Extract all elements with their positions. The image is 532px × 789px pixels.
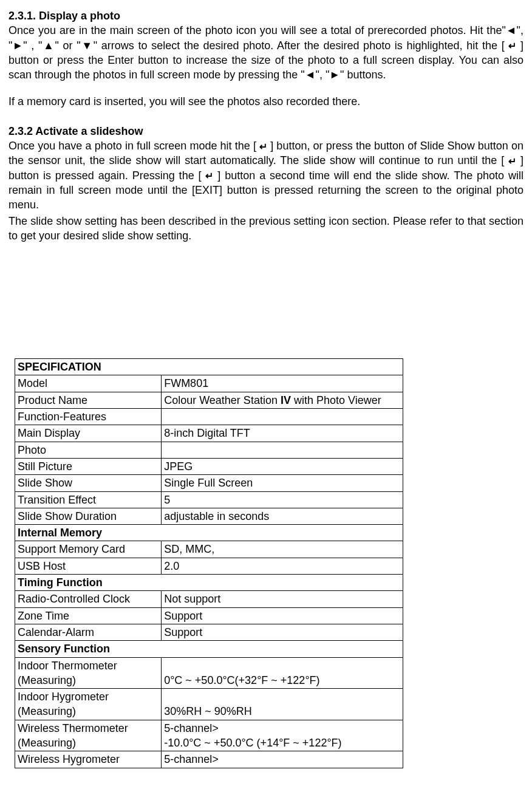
table-row: Indoor Thermometer (Measuring)0°C ~ +50.… bbox=[15, 657, 403, 689]
cell-label: Slide Show Duration bbox=[15, 508, 162, 524]
table-row: Calendar-AlarmSupport bbox=[15, 624, 403, 640]
table-row: USB Host2.0 bbox=[15, 558, 403, 574]
cell-label: Function-Features bbox=[15, 409, 162, 425]
cell-value bbox=[162, 442, 403, 458]
specification-table: SPECIFICATION ModelFWM801 Product NameCo… bbox=[15, 358, 403, 768]
enter-icon: ↵ bbox=[259, 140, 267, 154]
paragraph: Once you have a photo in full screen mod… bbox=[9, 138, 523, 212]
cell-value: Support bbox=[162, 607, 403, 624]
table-row: Slide ShowSingle Full Screen bbox=[15, 475, 403, 491]
cell-value: adjustable in seconds bbox=[162, 508, 403, 524]
table-row: Wireless Thermometer (Measuring)5-channe… bbox=[15, 720, 403, 751]
cell-label: Zone Time bbox=[15, 607, 162, 624]
cell-value: 5-channel> bbox=[162, 751, 403, 768]
cell-label: Calendar-Alarm bbox=[15, 624, 162, 640]
cell-label: Photo bbox=[15, 442, 162, 458]
enter-icon: ↵ bbox=[205, 169, 213, 183]
cell-value: 2.0 bbox=[162, 558, 403, 574]
cell-value: Colour Weather Station IV with Photo Vie… bbox=[162, 392, 403, 408]
text: Once you are in the main screen of the p… bbox=[9, 24, 523, 51]
paragraph: Once you are in the main screen of the p… bbox=[9, 23, 523, 82]
table-row: Radio-Controlled ClockNot support bbox=[15, 591, 403, 607]
cell-label: Transition Effect bbox=[15, 491, 162, 508]
cell-label: Model bbox=[15, 375, 162, 392]
table-row: Product NameColour Weather Station IV wi… bbox=[15, 392, 403, 408]
table-row: Slide Show Durationadjustable in seconds bbox=[15, 508, 403, 524]
spec-header: SPECIFICATION bbox=[15, 359, 403, 375]
table-row: Main Display8-inch Digital TFT bbox=[15, 425, 403, 442]
cell-label: Main Display bbox=[15, 425, 162, 442]
table-row: Internal Memory bbox=[15, 525, 403, 541]
cell-label: Radio-Controlled Clock bbox=[15, 591, 162, 607]
cell-value: JPEG bbox=[162, 458, 403, 474]
section-slideshow: 2.3.2 Activate a slideshow Once you have… bbox=[9, 124, 523, 243]
table-row: Transition Effect5 bbox=[15, 491, 403, 508]
cell-value: Single Full Screen bbox=[162, 475, 403, 491]
section-header: Internal Memory bbox=[15, 525, 403, 541]
section-title: 2.3.1. Display a photo bbox=[9, 9, 523, 23]
section-header: Sensory Function bbox=[15, 641, 403, 657]
table-row: Function-Features bbox=[15, 409, 403, 425]
table-row: Wireless Hygrometer5-channel> bbox=[15, 751, 403, 768]
table-row: SPECIFICATION bbox=[15, 359, 403, 375]
cell-value: Support bbox=[162, 624, 403, 640]
cell-label: USB Host bbox=[15, 558, 162, 574]
cell-value: 8-inch Digital TFT bbox=[162, 425, 403, 442]
cell-label: Indoor Hygrometer (Measuring) bbox=[15, 689, 162, 720]
text-bold: IV bbox=[281, 394, 291, 406]
section-display-photo: 2.3.1. Display a photo Once you are in t… bbox=[9, 9, 523, 109]
cell-value: Not support bbox=[162, 591, 403, 607]
table-row: Sensory Function bbox=[15, 641, 403, 657]
text: with Photo Viewer bbox=[291, 394, 381, 406]
paragraph: If a memory card is inserted, you will s… bbox=[9, 94, 523, 109]
section-title: 2.3.2 Activate a slideshow bbox=[9, 124, 523, 138]
cell-value: 5-channel> -10.0°C ~ +50.0°C (+14°F ~ +1… bbox=[162, 720, 403, 751]
table-row: Timing Function bbox=[15, 575, 403, 591]
text: Colour Weather Station bbox=[164, 394, 281, 406]
cell-label: Indoor Thermometer (Measuring) bbox=[15, 657, 162, 689]
enter-icon: ↵ bbox=[508, 155, 516, 168]
cell-value: 5 bbox=[162, 491, 403, 508]
table-row: ModelFWM801 bbox=[15, 375, 403, 392]
enter-icon: ↵ bbox=[508, 39, 516, 53]
cell-label: Product Name bbox=[15, 392, 162, 408]
cell-label: Wireless Thermometer (Measuring) bbox=[15, 720, 162, 751]
cell-value bbox=[162, 409, 403, 425]
cell-value: FWM801 bbox=[162, 375, 403, 392]
cell-value: 30%RH ~ 90%RH bbox=[162, 689, 403, 720]
cell-value: 0°C ~ +50.0°C(+32°F ~ +122°F) bbox=[162, 657, 403, 689]
table-row: Photo bbox=[15, 442, 403, 458]
table-row: Support Memory CardSD, MMC, bbox=[15, 541, 403, 558]
cell-label: Still Picture bbox=[15, 458, 162, 474]
cell-value: SD, MMC, bbox=[162, 541, 403, 558]
cell-label: Slide Show bbox=[15, 475, 162, 491]
paragraph: The slide show setting has been describe… bbox=[9, 214, 523, 244]
section-header: Timing Function bbox=[15, 575, 403, 591]
table-row: Still PictureJPEG bbox=[15, 458, 403, 474]
cell-label: Support Memory Card bbox=[15, 541, 162, 558]
cell-label: Wireless Hygrometer bbox=[15, 751, 162, 768]
table-row: Zone TimeSupport bbox=[15, 607, 403, 624]
text: Once you have a photo in full screen mod… bbox=[9, 140, 259, 152]
table-row: Indoor Hygrometer (Measuring)30%RH ~ 90%… bbox=[15, 689, 403, 720]
